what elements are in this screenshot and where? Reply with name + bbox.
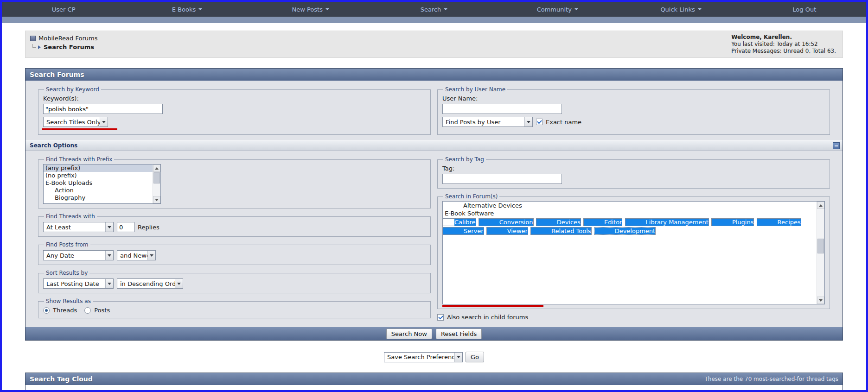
- replies-count-input[interactable]: [117, 222, 134, 232]
- prefix-fieldset: Find Threads with Prefix (any prefix): [38, 156, 431, 209]
- scroll-down-icon[interactable]: [153, 196, 160, 203]
- sort-order-select[interactable]: in Descending Order: [117, 278, 183, 289]
- keyword-input[interactable]: [43, 104, 163, 114]
- date-legend: Find Posts from: [44, 241, 90, 248]
- page: User CP E-Books New Posts Search Communi…: [0, 0, 868, 392]
- forum-option-label: E-Book Software: [445, 210, 494, 217]
- breadcrumb-root-link[interactable]: MobileRead Forums: [38, 35, 97, 42]
- nav-item[interactable]: New Posts: [249, 2, 372, 17]
- chevron-down-icon: [326, 8, 329, 10]
- nav-item[interactable]: User CP: [2, 2, 125, 17]
- scroll-thumb[interactable]: [817, 239, 824, 253]
- date-fieldset: Find Posts from Any Date and Newer: [38, 241, 431, 265]
- user-search-mode-select[interactable]: Find Posts by User: [442, 117, 533, 127]
- scroll-up-icon[interactable]: [153, 164, 160, 172]
- forum-option[interactable]: Recipes: [757, 218, 801, 226]
- username-input[interactable]: [442, 104, 562, 114]
- forum-option[interactable]: Library Management: [625, 218, 709, 226]
- forum-option[interactable]: Editor: [583, 218, 622, 226]
- sort-order-value: in Descending Order: [120, 280, 175, 287]
- nav-item[interactable]: Community: [496, 2, 619, 17]
- prefix-option[interactable]: (no prefix): [44, 172, 153, 179]
- tree-elbow-icon: [32, 44, 36, 48]
- tag-link[interactable]: calibre: [301, 389, 336, 392]
- forum-option[interactable]: Conversion: [479, 218, 534, 226]
- options-right-column: Search by Tag Tag: Search in Forum(s): [437, 156, 830, 321]
- forum-option-label: Library Management: [646, 218, 708, 226]
- reset-fields-button[interactable]: Reset Fields: [436, 329, 482, 339]
- prefix-option[interactable]: Biography: [44, 194, 153, 202]
- show-results-legend: Show Results as: [44, 298, 93, 304]
- forum-multiselect[interactable]: Alternative Devices E-Book Software: [442, 201, 825, 304]
- scrollbar[interactable]: [153, 164, 160, 203]
- nav-item-label: Log Out: [792, 6, 816, 13]
- prefix-listbox[interactable]: (any prefix) (no prefix) E-Book Up: [43, 164, 161, 204]
- date-range-select[interactable]: Any Date: [43, 250, 114, 260]
- replies-legend: Find Threads with: [44, 213, 97, 220]
- save-preferences-select[interactable]: Save Search Preferences: [384, 352, 463, 362]
- forum-option-label: Viewer: [507, 227, 528, 235]
- show-results-fieldset: Show Results as Threads: [38, 298, 431, 318]
- prefix-option[interactable]: (any prefix): [44, 164, 153, 172]
- forum-option[interactable]: Viewer: [486, 227, 528, 235]
- prefix-option[interactable]: E-Book Uploads: [44, 179, 153, 187]
- nav-item[interactable]: E-Books: [125, 2, 249, 17]
- nav-item[interactable]: Log Out: [743, 2, 866, 17]
- scroll-down-icon[interactable]: [817, 297, 824, 304]
- forum-option-label: Alternative Devices: [463, 202, 522, 209]
- date-direction-select[interactable]: and Newer: [117, 250, 156, 260]
- dropdown-arrow-icon: [147, 251, 155, 260]
- content-area: MobileRead Forums Search Forums Welcome,…: [2, 23, 866, 392]
- user-search-mode-value: Find Posts by User: [446, 119, 524, 126]
- search-now-button[interactable]: Search Now: [386, 329, 432, 339]
- tag-fieldset: Search by Tag Tag:: [437, 156, 830, 189]
- tag-cloud-header: Search Tag Cloud These are the 70 most-s…: [26, 373, 842, 385]
- radio-label: Posts: [94, 307, 110, 314]
- tag-cloud-title: Search Tag Cloud: [30, 375, 93, 383]
- prefix-legend: Find Threads with Prefix: [44, 156, 114, 163]
- chevron-down-icon: [574, 8, 578, 10]
- dropdown-arrow-icon: [175, 279, 183, 288]
- breadcrumb: MobileRead Forums Search Forums Welcome,…: [25, 31, 843, 58]
- collapse-icon[interactable]: [833, 142, 840, 149]
- forum-option[interactable]: Devices: [536, 218, 581, 226]
- exact-name-checkbox[interactable]: [536, 119, 542, 125]
- forum-option[interactable]: Calibre: [443, 218, 476, 226]
- sort-field-value: Last Posting Date: [46, 280, 105, 287]
- scroll-up-icon[interactable]: [817, 202, 824, 209]
- forum-option-label: Development: [615, 227, 656, 235]
- search-forums-panel: Search Forums Search by Keyword Keyword(…: [25, 68, 843, 341]
- annotation-underline-development: [442, 305, 543, 307]
- panel-header: Search Forums: [26, 69, 842, 81]
- replies-mode-select[interactable]: At Least: [43, 222, 114, 232]
- scrollbar[interactable]: [817, 202, 824, 304]
- tag-input[interactable]: [442, 174, 562, 184]
- arrow-right-icon: [38, 45, 41, 49]
- forum-option[interactable]: Alternative Devices: [443, 202, 817, 209]
- nav-item[interactable]: Search: [372, 2, 496, 17]
- sort-field-select[interactable]: Last Posting Date: [43, 278, 114, 289]
- nav-item-label: Community: [537, 6, 572, 13]
- child-forums-checkbox[interactable]: [437, 314, 444, 321]
- dropdown-arrow-icon: [454, 353, 462, 362]
- prefix-option-label: Action: [55, 187, 74, 194]
- tag-cloud-subtitle: These are the 70 most-searched-for threa…: [705, 376, 838, 382]
- date-direction-value: and Newer: [120, 252, 147, 259]
- replies-mode-value: At Least: [46, 224, 105, 231]
- search-scope-select[interactable]: Search Titles Only: [43, 117, 108, 127]
- dropdown-arrow-icon: [100, 117, 108, 126]
- tag-cloud-panel: Search Tag Cloud These are the 70 most-s…: [25, 373, 843, 392]
- scroll-thumb[interactable]: [153, 172, 160, 183]
- nav-item-label: User CP: [52, 6, 76, 13]
- radio-button[interactable]: [43, 307, 50, 314]
- forum-option[interactable]: E-Book Software: [443, 209, 817, 217]
- prefix-option[interactable]: Action: [44, 187, 153, 194]
- tag-legend: Search by Tag: [443, 156, 486, 163]
- nav-item[interactable]: Quick Links: [619, 2, 742, 17]
- forum-option[interactable]: Server: [443, 227, 484, 235]
- forum-option[interactable]: Related Tools: [530, 227, 592, 235]
- forum-option[interactable]: Development: [594, 227, 656, 235]
- go-button[interactable]: Go: [466, 352, 484, 362]
- forum-option[interactable]: Plugins: [711, 218, 754, 226]
- radio-button[interactable]: [84, 307, 91, 314]
